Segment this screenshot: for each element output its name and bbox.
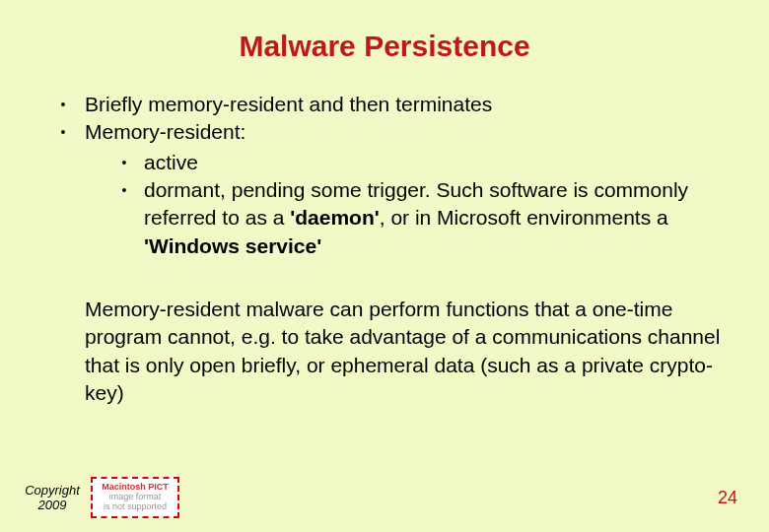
bullet-list: • Briefly memory-resident and then termi… [41, 91, 728, 260]
bullet-item: • Memory-resident: • active • dormant, p… [41, 118, 728, 260]
slide-footer: Copyright 2009 Macintosh PICT image form… [0, 477, 769, 518]
missing-image-line: is not supported [104, 501, 167, 511]
bullet-glyph: • [41, 118, 85, 142]
body-paragraph: Memory-resident malware can perform func… [85, 296, 728, 407]
slide-title: Malware Persistence [41, 30, 728, 63]
copyright-line: 2009 [38, 498, 67, 512]
copyright-text: Copyright 2009 [18, 483, 87, 513]
sub-bullet-text: dormant, pending some trigger. Such soft… [144, 176, 728, 260]
text-span: , or in Microsoft environments a [380, 206, 668, 229]
missing-image-line: Macintosh PICT [102, 482, 169, 492]
bullet-text-span: Memory-resident: [85, 120, 245, 143]
bullet-item: • Briefly memory-resident and then termi… [41, 91, 728, 118]
sub-bullet-text: active [144, 149, 728, 176]
bold-term-daemon: 'daemon' [290, 206, 380, 229]
missing-image-line: image format [109, 492, 162, 501]
sub-bullet-list: • active • dormant, pending some trigger… [85, 149, 728, 260]
bullet-glyph: • [105, 149, 144, 172]
copyright-line: Copyright [25, 483, 80, 498]
bullet-glyph: • [41, 91, 85, 114]
missing-image-placeholder-icon: Macintosh PICT image format is not suppo… [91, 477, 179, 518]
bullet-text: Briefly memory-resident and then termina… [85, 91, 728, 118]
sub-bullet-item: • dormant, pending some trigger. Such so… [105, 176, 728, 260]
bullet-text: Memory-resident: • active • dormant, pen… [85, 118, 728, 260]
page-number: 24 [718, 488, 737, 508]
sub-bullet-item: • active [105, 149, 728, 176]
bold-term-windows-service: 'Windows service' [144, 234, 321, 257]
bullet-glyph: • [105, 176, 144, 200]
